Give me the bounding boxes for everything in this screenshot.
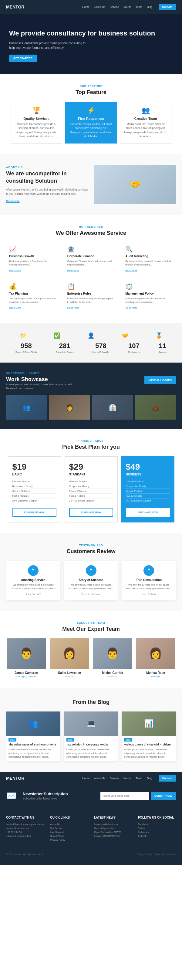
review-2-text: We offer many more built-in our cases di… <box>68 583 115 590</box>
review-2: ❝ Story of Success We offer many more bu… <box>64 561 118 600</box>
newsletter-nav-bar: MENTOR Home About Us Service Works Team … <box>0 772 182 784</box>
newsletter-submit-button[interactable]: SUBMIT NOW <box>151 792 176 800</box>
stat-case-study-value: 958 <box>16 342 37 350</box>
footer-social-list: Facebook Twitter Instagram LinkedIn <box>138 822 176 838</box>
footer-contact-2[interactable]: support@mentor.com <box>6 826 44 830</box>
reviews-title: Customers Review <box>6 548 176 555</box>
nav-contact-button[interactable]: Contact <box>159 4 176 10</box>
work-header-left: Successful Cases Work Showcase Lorem ips… <box>6 372 73 391</box>
navbar: MENTOR Home About Us Service Works Team … <box>0 0 182 14</box>
nav-works[interactable]: Works <box>123 5 131 8</box>
team-member-4: 👩 Monica Rose Manager <box>136 638 175 678</box>
about-read-more[interactable]: Read More <box>6 200 20 203</box>
team-member-1-role: Managing Director <box>7 675 46 678</box>
footer-privacy[interactable]: Privacy Policy <box>137 853 152 856</box>
audit-marketing-read-more[interactable]: Read More <box>125 269 138 272</box>
footer-contact-3[interactable]: +38 012 34 56 <box>6 830 44 834</box>
team-grid: 👨 James Cameron Managing Director 👩 Sall… <box>6 638 176 678</box>
nav-about[interactable]: About Us <box>94 5 105 8</box>
tax-planning-title: Tax Planning <box>9 292 57 295</box>
management-policy-read-more[interactable]: Read More <box>125 306 138 309</box>
footer-social-facebook[interactable]: Facebook <box>138 822 176 826</box>
blog-card-1: 👥 Blog The Advantages of Business Criter… <box>6 711 60 762</box>
footer-ql-2[interactable]: Our Service <box>50 826 88 830</box>
footer-nav-about[interactable]: About Us <box>94 777 105 780</box>
service-management-policy: ⚖️ Management Policy Policy management i… <box>122 280 176 312</box>
nav-service[interactable]: Service <box>110 5 119 8</box>
about-section: About Us We are uncompetitor in consulti… <box>0 154 182 215</box>
hero-cta-button[interactable]: GET STARTED <box>9 55 37 62</box>
footer-social-linkedin[interactable]: LinkedIn <box>138 834 176 838</box>
basic-feature-1: Ultimate Feature <box>13 479 56 484</box>
feature-card-responses: ⚡ First Responses Corporate Tax ipsum do… <box>65 102 117 143</box>
footer-nav-works[interactable]: Works <box>123 777 131 780</box>
footer-ql-4[interactable]: How it Works <box>50 834 88 838</box>
management-policy-icon: ⚖️ <box>125 283 173 290</box>
corporate-finance-read-more[interactable]: Read More <box>67 269 79 272</box>
newsletter-icon: ✉️ <box>6 791 17 801</box>
view-all-button[interactable]: VIEW ALL CASES <box>144 376 176 384</box>
tax-planning-desc: Tax planning consists of analysis a fina… <box>9 297 57 304</box>
footer-nav-service[interactable]: Service <box>110 777 119 780</box>
footer-contact-1[interactable]: contact@mentor.management.com <box>6 822 44 826</box>
reviews-label: Testimonials <box>6 544 176 547</box>
footer-nav-blog[interactable]: Blog <box>147 777 152 780</box>
stat-icon-awards: 🏅 <box>156 332 162 339</box>
team-member-3: 👨 Michel Garrick Director <box>93 638 132 678</box>
nav-home[interactable]: Home <box>82 5 90 8</box>
footer-social-title: Follow Us On Social <box>138 816 176 819</box>
business-feature-5: 24/7 Customer Support <box>126 498 170 503</box>
footer-news-4[interactable]: Industry INFORMATION <box>94 834 132 838</box>
review-1-text: We offer many more built-in our cases di… <box>10 583 57 590</box>
work-description: Lorem ipsum dolor sit amet, consectetur … <box>6 383 73 391</box>
nav-team[interactable]: Team <box>136 5 142 8</box>
work-showcase-section: Successful Cases Work Showcase Lorem ips… <box>0 363 182 429</box>
newsletter-email-input[interactable] <box>100 792 149 800</box>
stat-icon-complete: ✅ <box>54 332 60 339</box>
footer-terms[interactable]: Terms & Conditions <box>155 853 176 856</box>
enterprise-rules-read-more[interactable]: Read More <box>67 306 79 309</box>
enterprise-rules-desc: Enterprise solutions require a large dep… <box>67 297 115 304</box>
work-image-4: 💼 <box>135 395 176 420</box>
footer-ql-3[interactable]: Live Support <box>50 830 88 834</box>
footer-nav-team[interactable]: Team <box>136 777 142 780</box>
team-photo-icon-3: 👨 <box>106 647 119 660</box>
footer-ql-1[interactable]: About Us <box>50 822 88 826</box>
footer-news-2[interactable]: Users Alignment in... <box>94 826 132 830</box>
work-label: Successful Cases <box>6 372 73 375</box>
footer-news-3[interactable]: Open Corporation NEWS <box>94 830 132 834</box>
footer-ql-5[interactable]: Privacy Policy <box>50 838 88 842</box>
footer-nav-home[interactable]: Home <box>82 777 90 780</box>
blog-excerpt-3: Lorem ipsum dolor sit amet, consectetur … <box>122 748 176 761</box>
stat-awards-label: Awards <box>159 351 167 353</box>
standard-price: $29 <box>69 462 113 472</box>
reviewer-2-name: Florentino O. Mann <box>68 593 115 596</box>
business-feature-2: Responsive Ready <box>126 484 170 489</box>
team-member-2-name: Sallie Lawrence <box>50 671 89 675</box>
basic-purchase-button[interactable]: PURCHASE NOW <box>13 508 56 517</box>
business-growth-read-more[interactable]: Read More <box>9 269 21 272</box>
blog-tag-2: Blog <box>66 738 74 741</box>
footer-social-instagram[interactable]: Instagram <box>138 830 176 834</box>
footer-bottom-links: Privacy Policy Terms & Conditions <box>137 853 176 856</box>
review-1-title: Amazing Service <box>10 578 57 582</box>
footer-contact-4[interactable]: 44 united email contact <box>6 834 44 838</box>
team-title: Meet Our Expert Team <box>6 626 176 632</box>
footer-nav-contact-button[interactable]: Contact <box>159 775 176 781</box>
blog-title-2: Tax solution in Corporate Media <box>64 743 118 748</box>
stats-row: 958 Days of Case Study 281 Complete Case… <box>6 342 176 353</box>
blog-grid: 👥 Blog The Advantages of Business Criter… <box>6 711 176 762</box>
standard-purchase-button[interactable]: PURCHASE NOW <box>69 508 113 517</box>
blog-title: From the Blog <box>6 699 176 705</box>
footer-social-twitter[interactable]: Twitter <box>138 826 176 830</box>
nav-blog[interactable]: Blog <box>147 5 152 8</box>
work-header: Successful Cases Work Showcase Lorem ips… <box>6 372 176 391</box>
services-label: Our Services <box>6 226 176 229</box>
stat-icon-customers: 🤝 <box>122 332 128 339</box>
footer-news-title: Latest News <box>94 816 132 819</box>
about-title: We are uncompetitor in consulting Soluti… <box>6 170 88 185</box>
footer-news-1[interactable]: Industry with business <box>94 822 132 826</box>
tax-planning-read-more[interactable]: Read More <box>9 306 21 309</box>
basic-name: Basic <box>13 473 56 476</box>
business-purchase-button[interactable]: PURCHASE NOW <box>126 508 170 517</box>
